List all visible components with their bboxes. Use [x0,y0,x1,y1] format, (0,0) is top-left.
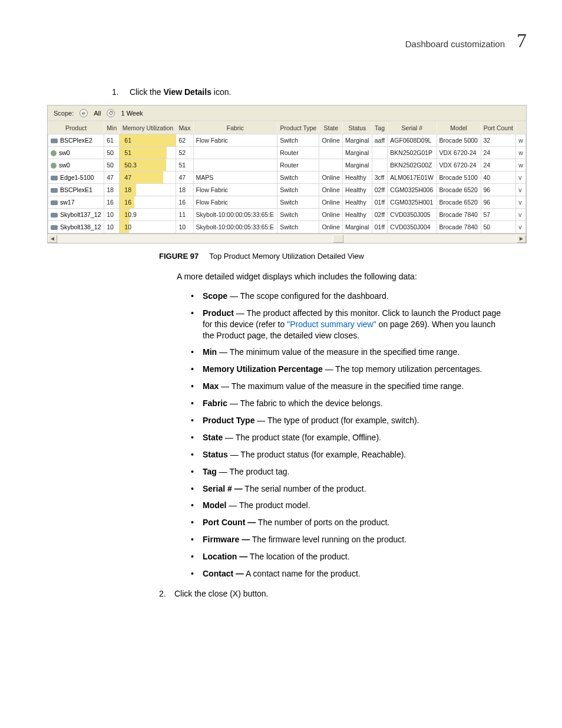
horizontal-scrollbar[interactable]: ◄ ► [48,233,526,243]
column-header[interactable]: Model [437,122,481,134]
model-cell: Brocade 7840 [437,209,481,221]
column-header[interactable]: Status [343,122,372,134]
fabric-cell [193,159,277,172]
cross-reference-link[interactable]: "Product summary view" [287,319,376,329]
scroll-left-arrow-icon[interactable]: ◄ [48,235,57,243]
step-1-bold: View Details [163,87,211,97]
table-row[interactable]: sw17161616Flow FabricSwitchOnlineHealthy… [48,196,526,209]
definition-term: Max [203,381,219,391]
column-header[interactable]: Serial # [388,122,437,134]
serial-cell: ALM0617E01W [388,172,437,184]
tag-cell: 02ff [372,209,388,221]
tag-cell: 01ff [372,196,388,209]
definition-desc: The number of ports on the product. [256,518,389,527]
product-cell[interactable]: BSCPlexE1 [48,184,104,196]
truncated-cell: v [516,221,526,233]
time-scope-icon[interactable]: ⏱ [107,109,115,117]
figure-screenshot: Scope: ℮ All ⏱ 1 Week ProductMinMemory U… [47,105,527,243]
product-type-cell: Switch [277,134,319,147]
max-cell: 11 [176,209,193,221]
max-cell: 47 [176,172,193,184]
product-name: Skybolt137_12 [60,211,101,218]
scroll-track[interactable] [57,235,517,243]
table-row[interactable]: Skybolt137_121010.911Skybolt-10:00:00:05… [48,209,526,221]
max-cell: 62 [176,134,193,147]
definition-term: Product Type [203,416,254,425]
definition-item: Min — The minimum value of the measure i… [189,347,503,358]
product-cell[interactable]: sw0 [48,159,104,172]
serial-cell: CVD0350J004 [388,221,437,233]
tag-cell [372,147,388,159]
status-cell: Marginal [343,221,372,233]
model-cell: Brocade 5100 [437,172,481,184]
state-cell: Online [319,134,343,147]
chapter-number: 7 [517,29,527,52]
switch-icon [51,200,58,205]
utilization-value: 10 [122,222,173,232]
product-name: Skybolt138_12 [60,223,101,230]
max-cell: 18 [176,184,193,196]
product-cell[interactable]: BSCPlexE2 [48,134,104,147]
tag-cell: 02ff [372,184,388,196]
product-cell[interactable]: sw0 [48,147,104,159]
model-cell: VDX 6720-24 [437,159,481,172]
column-header[interactable] [516,122,526,134]
truncated-cell: w [516,147,526,159]
scroll-right-arrow-icon[interactable]: ► [517,235,526,243]
product-type-cell: Switch [277,184,319,196]
product-cell[interactable]: Skybolt138_12 [48,221,104,233]
figure-text: Top Product Memory Utilization Detailed … [209,252,364,261]
definition-list: Scope — The scope configured for the das… [189,291,503,579]
fabric-cell: MAPS [193,172,277,184]
product-cell[interactable]: Skybolt137_12 [48,209,104,221]
memory-utilization-cell: 51 [120,147,176,159]
switch-icon [51,139,58,143]
product-cell[interactable]: Edge1-5100 [48,172,104,184]
model-cell: Brocade 7840 [437,221,481,233]
column-header[interactable]: Port Count [481,122,516,134]
product-type-cell: Switch [277,196,319,209]
column-header[interactable]: Memory Utilization [120,122,176,134]
column-header[interactable]: State [319,122,343,134]
intro-text: A more detailed widget displays which in… [177,271,527,282]
scope-row: Scope: ℮ All ⏱ 1 Week [48,106,526,121]
state-cell: Online [319,221,343,233]
column-header[interactable]: Product [48,122,104,134]
definition-term: Status [203,450,228,459]
min-cell: 16 [104,196,120,209]
column-header[interactable]: Tag [372,122,388,134]
network-scope-icon[interactable]: ℮ [80,109,88,117]
port-count-cell: 50 [481,221,516,233]
memory-utilization-cell: 10 [120,221,176,233]
definition-item: Port Count — The number of ports on the … [189,517,503,528]
table-row[interactable]: BSCPlexE2616162Flow FabricSwitchOnlineMa… [48,134,526,147]
tag-cell: 3cff [372,172,388,184]
table-row[interactable]: sw0505152RouterMarginalBKN2502G01PVDX 67… [48,147,526,159]
definition-desc: — The scope configured for the dashboard… [227,291,389,301]
column-header[interactable]: Min [104,122,120,134]
fabric-cell: Flow Fabric [193,196,277,209]
step-2-text: Click the close (X) button. [174,589,269,598]
truncated-cell: v [516,209,526,221]
network-scope-value[interactable]: All [94,110,101,117]
definition-term: Port Count — [203,518,256,527]
column-header[interactable]: Fabric [193,122,277,134]
product-name: sw17 [60,199,75,206]
port-count-cell: 24 [481,147,516,159]
definition-desc: — The product state (for example, Offlin… [223,433,381,442]
table-row[interactable]: Edge1-5100474747MAPSSwitchOnlineHealthy3… [48,172,526,184]
definition-desc: A contact name for the product. [244,569,361,578]
column-header[interactable]: Product Type [277,122,319,134]
time-scope-value[interactable]: 1 Week [121,110,143,117]
product-type-cell: Switch [277,172,319,184]
column-header[interactable]: Max [176,122,193,134]
scope-label: Scope: [54,110,74,117]
truncated-cell: v [516,196,526,209]
scroll-thumb[interactable] [333,235,343,243]
definition-desc: The location of the product. [247,552,349,561]
table-row[interactable]: BSCPlexE1181818Flow FabricSwitchOnlineHe… [48,184,526,196]
truncated-cell: v [516,172,526,184]
table-row[interactable]: sw05050.351RouterMarginalBKN2502G00ZVDX … [48,159,526,172]
product-cell[interactable]: sw17 [48,196,104,209]
table-row[interactable]: Skybolt138_12101010Skybolt-10:00:00:05:3… [48,221,526,233]
